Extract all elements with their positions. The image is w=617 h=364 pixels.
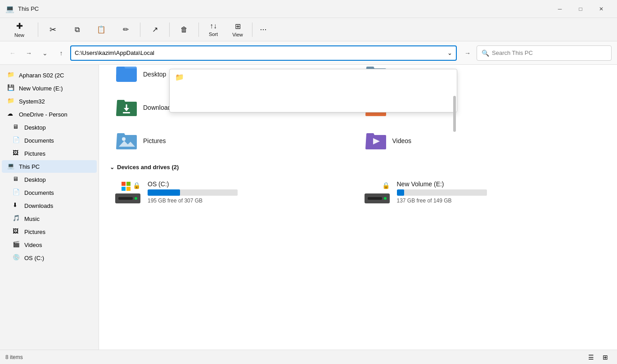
- sidebar-item-label: Documents: [24, 189, 54, 196]
- sidebar-item-apharan[interactable]: 📁 Apharan S02 (2C: [2, 69, 97, 81]
- pictures-icon: 🖼: [13, 149, 21, 157]
- folder-desktop-label: Desktop: [143, 71, 166, 78]
- sidebar-item-label: New Volume (E:): [19, 85, 63, 92]
- pc-icon: 💻: [7, 162, 15, 171]
- address-dropdown-button[interactable]: ⌄: [444, 48, 455, 58]
- videos-folder-icon: [365, 130, 387, 152]
- drive-osc-thumb: 🔒: [115, 181, 142, 203]
- navigate-button[interactable]: →: [460, 46, 475, 60]
- sidebar-item-pictures-2[interactable]: 🖼 Pictures: [2, 225, 97, 238]
- address-dropdown: 📁: [169, 69, 457, 112]
- toolbar: ✚ New ✂ ⧉ 📋 ✏ ↗ 🗑 ↑↓ Sort ⊞ View ···: [0, 18, 617, 41]
- drives-section-chevron[interactable]: ⌄: [110, 164, 114, 171]
- folder-icon: 📁: [7, 97, 15, 105]
- search-input[interactable]: [492, 49, 607, 56]
- up-button[interactable]: ↑: [54, 46, 68, 60]
- address-input[interactable]: [70, 45, 457, 61]
- rename-icon: ✏: [123, 25, 129, 34]
- sort-icon: ↑↓: [210, 22, 217, 30]
- sidebar-item-osc[interactable]: 💿 OS (C:): [2, 252, 97, 264]
- delete-button[interactable]: 🗑: [172, 20, 196, 40]
- drive-item-newe[interactable]: 🔒 New Volume (E:) 137 GB free of 149 GB: [359, 176, 607, 208]
- toolbar-separator-4: [198, 22, 199, 37]
- list-view-button[interactable]: ☰: [585, 352, 597, 363]
- address-input-wrapper: ⌄ 📁: [70, 45, 457, 61]
- sort-label: Sort: [209, 31, 218, 37]
- grid-view-button[interactable]: ⊞: [599, 352, 612, 363]
- drive-osc-bar-fill: [148, 189, 180, 196]
- sidebar-item-label: System32: [19, 98, 45, 105]
- sidebar-item-label: Desktop: [24, 176, 46, 183]
- drive-osc-bar-bg: [148, 189, 238, 196]
- music-icon: 🎵: [13, 215, 21, 223]
- drive-newe-bar-bg: [397, 189, 487, 196]
- drive-newe-bar-fill: [397, 189, 404, 196]
- minimize-button[interactable]: ─: [549, 0, 570, 18]
- dropdown-scrollbar[interactable]: [453, 96, 456, 132]
- dropdown-folder-icon: 📁: [175, 73, 184, 81]
- window-icon: 💻: [5, 4, 14, 13]
- view-toggle-group: ☰ ⊞: [585, 352, 612, 363]
- sidebar-item-desktop-1[interactable]: 🖥 Desktop: [2, 121, 97, 134]
- pictures-icon: 🖼: [13, 228, 21, 236]
- sidebar-item-videos[interactable]: 🎬 Videos: [2, 238, 97, 251]
- window-title: This PC: [18, 5, 546, 12]
- address-bar: ← → ⌄ ↑ ⌄ 📁 → 🔍: [0, 41, 617, 65]
- paste-icon: 📋: [97, 25, 106, 34]
- dropdown-item[interactable]: 📁: [170, 69, 457, 85]
- back-button[interactable]: ←: [5, 46, 20, 60]
- rename-button[interactable]: ✏: [114, 20, 137, 40]
- sidebar-item-system32[interactable]: 📁 System32: [2, 95, 97, 108]
- drive-newe-thumb: 🔒: [365, 181, 392, 203]
- sort-button[interactable]: ↑↓ Sort: [202, 20, 225, 40]
- toolbar-separator-3: [169, 22, 170, 37]
- drive-osc-name: OS (C:): [148, 180, 238, 188]
- sidebar-item-thispc[interactable]: 💻 This PC: [2, 160, 97, 173]
- sidebar-item-onedrive[interactable]: ☁ OneDrive - Person: [2, 108, 97, 121]
- sidebar-item-label: Desktop: [24, 124, 46, 131]
- copy-button[interactable]: ⧉: [65, 20, 89, 40]
- more-button[interactable]: ···: [255, 20, 271, 40]
- sidebar-item-desktop-2[interactable]: 🖥 Desktop: [2, 173, 97, 186]
- desktop-icon: 🖥: [13, 175, 21, 184]
- sidebar-item-label: Pictures: [24, 229, 45, 235]
- new-button[interactable]: ✚ New: [4, 20, 35, 40]
- recent-button[interactable]: ⌄: [38, 46, 52, 60]
- sidebar: 📁 Apharan S02 (2C 💾 New Volume (E:) 📁 Sy…: [0, 65, 99, 350]
- sidebar-item-label: OS (C:): [24, 255, 44, 261]
- folder-videos-label: Videos: [392, 137, 412, 144]
- svg-rect-8: [123, 112, 130, 113]
- sidebar-item-label: Pictures: [24, 150, 45, 157]
- sidebar-item-documents-2[interactable]: 📄 Documents: [2, 186, 97, 199]
- cut-icon: ✂: [50, 25, 56, 35]
- status-bar: 8 items ☰ ⊞: [0, 350, 617, 364]
- folder-item-pictures[interactable]: Pictures: [110, 125, 357, 157]
- share-button[interactable]: ↗: [143, 20, 167, 40]
- drive-icon: 💿: [13, 254, 21, 262]
- title-bar: 💻 This PC ─ □ ✕: [0, 0, 617, 18]
- svg-point-10: [122, 137, 126, 141]
- drive-osc-info: OS (C:) 195 GB free of 307 GB: [148, 180, 238, 204]
- view-button[interactable]: ⊞ View: [226, 20, 249, 40]
- folder-item-videos[interactable]: Videos: [359, 125, 607, 157]
- more-icon: ···: [260, 25, 266, 34]
- drive-item-osc[interactable]: 🔒 OS (C:) 195 GB free of 307 GB: [110, 176, 357, 208]
- share-icon: ↗: [152, 25, 158, 34]
- sidebar-item-label: OneDrive - Person: [19, 111, 68, 118]
- desktop-icon: 🖥: [13, 123, 21, 131]
- sidebar-item-documents-1[interactable]: 📄 Documents: [2, 134, 97, 147]
- toolbar-separator-5: [252, 22, 252, 37]
- sidebar-item-label: Music: [24, 216, 40, 222]
- cut-button[interactable]: ✂: [41, 20, 64, 40]
- forward-button[interactable]: →: [22, 46, 36, 60]
- sidebar-item-pictures-1[interactable]: 🖼 Pictures: [2, 147, 97, 160]
- sidebar-item-newvolume[interactable]: 💾 New Volume (E:): [2, 82, 97, 94]
- maximize-button[interactable]: □: [570, 0, 591, 18]
- sidebar-item-music[interactable]: 🎵 Music: [2, 212, 97, 225]
- close-button[interactable]: ✕: [591, 0, 612, 18]
- sidebar-item-downloads[interactable]: ⬇ Downloads: [2, 199, 97, 212]
- drive-newe-free: 137 GB free of 149 GB: [397, 198, 487, 204]
- copy-icon: ⧉: [75, 26, 80, 34]
- paste-button[interactable]: 📋: [90, 20, 113, 40]
- drive-newe-name: New Volume (E:): [397, 180, 487, 188]
